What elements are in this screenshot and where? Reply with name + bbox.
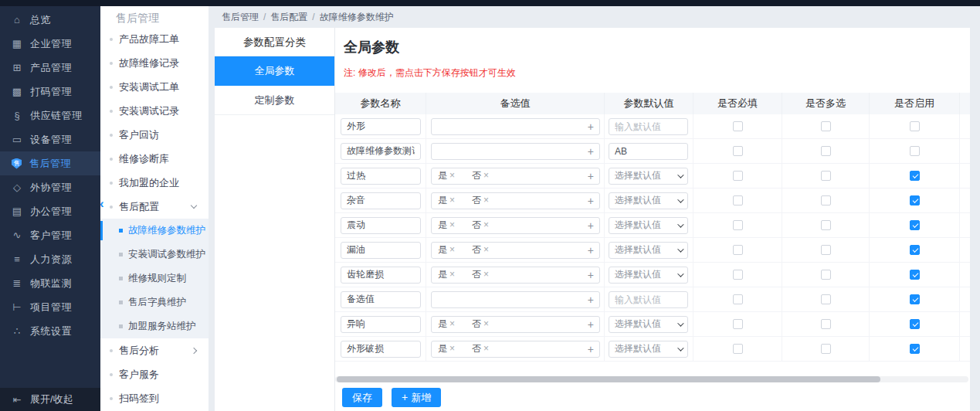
add-row-button[interactable]: +新增 [392,388,441,407]
remove-option-icon[interactable]: × [449,244,455,255]
multiselect-checkbox[interactable] [821,344,831,354]
enabled-checkbox[interactable] [910,270,920,280]
menu-item-客户回访[interactable]: 客户回访 [100,123,209,147]
param-name-input[interactable] [341,316,421,333]
sidebar-item-供应链管理[interactable]: § 供应链管理 [0,104,100,127]
sidebar-item-系统设置[interactable]: ∴ 系统设置 [0,319,100,343]
sidebar-item-项目管理[interactable]: ⊢ 项目管理 [0,295,100,319]
remove-option-icon[interactable]: × [449,269,455,280]
save-button[interactable]: 保存 [342,388,382,407]
multiselect-checkbox[interactable] [821,195,831,206]
sidebar-item-办公管理[interactable]: ▤ 办公管理 [0,199,100,223]
menu-item-客户服务[interactable]: 客户服务 [100,362,209,386]
default-value-select[interactable]: 选择默认值 [609,217,688,234]
enabled-checkbox[interactable] [910,195,920,206]
add-option-icon[interactable]: + [588,268,594,283]
menu-item-我加盟的企业[interactable]: 我加盟的企业 [100,171,209,195]
add-option-icon[interactable]: + [588,120,594,134]
add-option-icon[interactable]: + [588,293,594,307]
sidebar-item-人力资源[interactable]: ≡ 人力资源 [0,247,100,271]
param-name-input[interactable] [341,118,421,135]
remove-option-icon[interactable]: × [483,219,489,230]
default-value-select[interactable]: 选择默认值 [609,242,688,259]
menu-item-扫码签到[interactable]: 扫码签到 [100,386,209,410]
add-option-icon[interactable]: + [588,318,594,332]
remove-option-icon[interactable]: × [483,170,489,181]
multiselect-checkbox[interactable] [821,121,831,131]
multiselect-checkbox[interactable] [821,270,831,280]
param-name-input[interactable] [341,217,421,234]
enabled-checkbox[interactable] [910,121,920,131]
param-name-input[interactable] [341,267,421,284]
remove-option-icon[interactable]: × [483,343,489,354]
options-box[interactable]: + [431,143,600,160]
default-value-input[interactable] [609,118,688,135]
default-value-select[interactable]: 选择默认值 [609,341,688,358]
submenu-item-加盟服务站维护[interactable]: 加盟服务站维护 [100,314,209,338]
required-checkbox[interactable] [733,220,743,230]
default-value-input[interactable] [609,143,688,160]
breadcrumb-item[interactable]: 售后管理 [222,11,259,24]
add-option-icon[interactable]: + [588,144,594,159]
submenu-item-安装调试参数维护[interactable]: 安装调试参数维护 [100,243,209,267]
sidebar-collapse-toggle[interactable]: ⇤ 展开/收起 [0,388,100,411]
menu-item-售后配置[interactable]: 售后配置 [100,195,209,219]
remove-option-icon[interactable]: × [449,318,455,329]
menu-item-产品故障工单[interactable]: 产品故障工单 [100,27,209,51]
param-name-input[interactable] [341,168,421,185]
submenu-item-维修规则定制[interactable]: 维修规则定制 [100,267,209,290]
remove-option-icon[interactable]: × [449,195,455,206]
multiselect-checkbox[interactable] [821,294,831,304]
add-option-icon[interactable]: + [588,169,594,184]
options-box[interactable]: 是×否× + [431,341,600,358]
add-option-icon[interactable]: + [588,243,594,258]
add-option-icon[interactable]: + [588,219,594,233]
multiselect-checkbox[interactable] [821,319,831,329]
category-item-定制参数[interactable]: 定制参数 [215,86,334,115]
multiselect-checkbox[interactable] [821,146,831,156]
default-value-select[interactable]: 选择默认值 [609,316,688,333]
multiselect-checkbox[interactable] [821,220,831,230]
required-checkbox[interactable] [733,270,743,280]
sidebar-item-总览[interactable]: ⌂ 总览 [0,8,100,32]
enabled-checkbox[interactable] [910,146,920,156]
default-value-select[interactable]: 选择默认值 [609,168,688,185]
options-box[interactable]: 是×否× + [431,217,600,234]
options-box[interactable]: + [431,291,600,308]
required-checkbox[interactable] [733,146,743,156]
options-box[interactable]: + [431,118,600,135]
options-box[interactable]: 是×否× + [431,242,600,259]
add-option-icon[interactable]: + [588,342,594,357]
default-value-select[interactable]: 选择默认值 [609,192,688,209]
multiselect-checkbox[interactable] [821,245,831,255]
menu-item-安装调试工单[interactable]: 安装调试工单 [100,75,209,99]
breadcrumb-item[interactable]: 售后配置 [270,11,307,24]
required-checkbox[interactable] [733,344,743,354]
param-name-input[interactable] [341,341,421,358]
sidebar-item-产品管理[interactable]: ⊞ 产品管理 [0,56,100,80]
menu-item-维修诊断库[interactable]: 维修诊断库 [100,147,209,171]
enabled-checkbox[interactable] [910,220,920,230]
options-box[interactable]: 是×否× + [431,316,600,333]
enabled-checkbox[interactable] [910,245,920,255]
required-checkbox[interactable] [733,294,743,304]
enabled-checkbox[interactable] [910,319,920,329]
sidebar-item-物联监测[interactable]: ≣ 物联监测 [0,271,100,295]
remove-option-icon[interactable]: × [449,170,455,181]
required-checkbox[interactable] [733,171,743,181]
horizontal-scrollbar[interactable] [335,376,968,382]
remove-option-icon[interactable]: × [483,244,489,255]
required-checkbox[interactable] [733,195,743,206]
remove-option-icon[interactable]: × [449,343,455,354]
param-name-input[interactable] [341,192,421,209]
remove-option-icon[interactable]: × [449,219,455,230]
remove-option-icon[interactable]: × [483,318,489,329]
menu-item-故障维修记录[interactable]: 故障维修记录 [100,51,209,75]
remove-option-icon[interactable]: × [483,269,489,280]
enabled-checkbox[interactable] [910,171,920,181]
options-box[interactable]: 是×否× + [431,192,600,209]
options-box[interactable]: 是×否× + [431,267,600,284]
menu-item-售后分析[interactable]: 售后分析 [100,338,209,362]
default-value-select[interactable]: 选择默认值 [609,267,688,284]
menu-item-安装调试记录[interactable]: 安装调试记录 [100,99,209,123]
